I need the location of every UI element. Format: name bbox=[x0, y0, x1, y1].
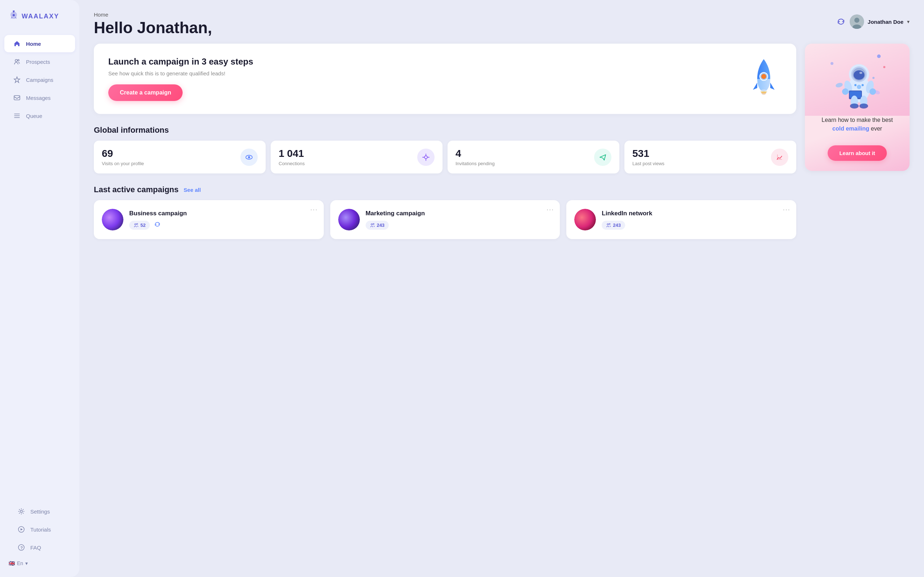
stat-value-connections: 1 041 bbox=[279, 148, 305, 160]
stat-value-invitations: 4 bbox=[456, 148, 494, 160]
svg-point-39 bbox=[854, 70, 864, 80]
promo-highlight: cold emailing bbox=[832, 126, 869, 132]
campaign-body-marketing: Marketing campaign 243 bbox=[338, 209, 552, 230]
campaign-banner-subtitle: See how quick this is to generate qualif… bbox=[108, 70, 253, 76]
tutorials-icon bbox=[17, 525, 25, 533]
campaign-count-linkedin: 243 bbox=[613, 222, 621, 228]
create-campaign-button[interactable]: Create a campaign bbox=[108, 84, 183, 101]
campaign-menu-button-marketing[interactable]: ··· bbox=[546, 206, 554, 213]
nav-bottom: Settings Tutorials ? FAQ bbox=[0, 502, 79, 557]
campaigns-icon bbox=[13, 76, 21, 84]
campaign-count-marketing: 243 bbox=[377, 222, 385, 228]
logo-icon bbox=[9, 10, 19, 23]
header-right: Jonathan Doe ▾ bbox=[837, 15, 909, 29]
stat-card-invitations: 4 Invitations pending bbox=[447, 141, 619, 174]
svg-point-50 bbox=[859, 103, 868, 108]
lang-chevron-icon: ▾ bbox=[25, 561, 28, 566]
svg-point-27 bbox=[607, 224, 609, 225]
sidebar-item-faq[interactable]: ? FAQ bbox=[9, 539, 71, 556]
svg-point-7 bbox=[20, 510, 23, 513]
home-icon bbox=[13, 40, 21, 48]
svg-point-23 bbox=[135, 224, 136, 225]
campaign-avatar-business bbox=[102, 209, 123, 230]
campaign-name-marketing: Marketing campaign bbox=[366, 210, 425, 217]
sidebar-item-messages[interactable]: Messages bbox=[4, 89, 75, 106]
campaign-body-business: Business campaign 52 bbox=[102, 209, 316, 230]
svg-point-53 bbox=[861, 84, 864, 86]
stat-icon-connections bbox=[417, 148, 435, 166]
sidebar-item-home[interactable]: Home bbox=[4, 35, 75, 52]
faq-icon: ? bbox=[17, 543, 25, 551]
stat-icon-invitations bbox=[594, 148, 611, 166]
sidebar-label-faq: FAQ bbox=[30, 545, 41, 551]
sidebar-label-prospects: Prospects bbox=[26, 59, 50, 65]
campaign-menu-button-linkedin[interactable]: ··· bbox=[783, 206, 790, 213]
promo-text: Learn how to make the best cold emailing… bbox=[813, 116, 901, 142]
stats-grid: 69 Visits on your profile 1 041 Conne bbox=[94, 141, 796, 174]
campaign-menu-button-business[interactable]: ··· bbox=[310, 206, 318, 213]
svg-point-22 bbox=[425, 156, 427, 159]
sidebar-label-home: Home bbox=[26, 41, 41, 47]
stat-value-visits: 69 bbox=[102, 148, 144, 160]
see-all-link[interactable]: See all bbox=[184, 187, 201, 193]
campaigns-header: Last active campaigns See all bbox=[94, 185, 796, 194]
svg-point-24 bbox=[137, 224, 138, 225]
sidebar: WAALAXY Home Prospects bbox=[0, 0, 79, 577]
svg-point-51 bbox=[857, 85, 861, 89]
campaigns-grid: ··· Business campaign 52 bbox=[94, 200, 796, 239]
stat-label-connections: Connections bbox=[279, 161, 305, 166]
stat-card-connections: 1 041 Connections bbox=[271, 141, 443, 174]
stat-icon-postviews bbox=[771, 148, 788, 166]
campaign-details-linkedin: LinkedIn network 243 bbox=[602, 210, 652, 230]
flag-icon: 🇬🇧 bbox=[9, 561, 15, 566]
promo-card: Learn how to make the best cold emailing… bbox=[805, 44, 909, 171]
campaign-refresh-icon[interactable] bbox=[154, 221, 161, 229]
queue-icon bbox=[13, 112, 21, 120]
page-title: Hello Jonathan, bbox=[94, 19, 212, 36]
content-left: Launch a campaign in 3 easy steps See ho… bbox=[94, 44, 796, 239]
campaign-banner-title: Launch a campaign in 3 easy steps bbox=[108, 56, 253, 67]
logo: WAALAXY bbox=[0, 10, 79, 34]
promo-text-1: Learn how to make the best bbox=[822, 117, 893, 123]
svg-point-43 bbox=[842, 89, 848, 95]
svg-marker-9 bbox=[21, 528, 23, 530]
svg-point-32 bbox=[872, 77, 874, 79]
svg-text:?: ? bbox=[21, 546, 23, 550]
campaign-details-marketing: Marketing campaign 243 bbox=[366, 210, 425, 230]
svg-point-52 bbox=[855, 84, 856, 86]
campaigns-section-title: Last active campaigns bbox=[94, 185, 179, 194]
rocket-illustration bbox=[746, 57, 782, 101]
stat-info-connections: 1 041 Connections bbox=[279, 148, 305, 166]
svg-point-17 bbox=[761, 74, 766, 79]
messages-icon bbox=[13, 94, 21, 102]
svg-point-21 bbox=[248, 156, 250, 158]
sidebar-item-campaigns[interactable]: Campaigns bbox=[4, 71, 75, 89]
svg-point-2 bbox=[18, 60, 19, 61]
language-selector[interactable]: 🇬🇧 En ▾ bbox=[0, 557, 79, 570]
user-info[interactable]: Jonathan Doe ▾ bbox=[850, 15, 909, 29]
stat-label-visits: Visits on your profile bbox=[102, 161, 144, 166]
breadcrumb: Home bbox=[94, 11, 212, 18]
campaign-body-linkedin: LinkedIn network 243 bbox=[574, 209, 788, 230]
sidebar-item-tutorials[interactable]: Tutorials bbox=[9, 521, 71, 538]
sidebar-item-queue[interactable]: Queue bbox=[4, 107, 75, 124]
settings-icon bbox=[17, 508, 25, 515]
main-content: Home Hello Jonathan, bbox=[79, 0, 924, 577]
svg-point-30 bbox=[883, 66, 885, 68]
learn-about-it-button[interactable]: Learn about it bbox=[828, 145, 887, 161]
global-info-title: Global informations bbox=[94, 126, 796, 135]
sidebar-item-prospects[interactable]: Prospects bbox=[4, 53, 75, 70]
promo-text-2: ever bbox=[871, 126, 882, 132]
svg-point-33 bbox=[835, 82, 843, 89]
logo-text: WAALAXY bbox=[22, 13, 59, 20]
user-name: Jonathan Doe bbox=[868, 19, 903, 25]
refresh-button[interactable] bbox=[837, 17, 845, 26]
stat-label-postviews: Last post views bbox=[632, 161, 664, 166]
campaign-badge-linkedin: 243 bbox=[602, 221, 625, 230]
sidebar-label-campaigns: Campaigns bbox=[26, 77, 53, 83]
promo-illustration bbox=[805, 44, 909, 116]
campaign-avatar-linkedin bbox=[574, 209, 596, 230]
header: Home Hello Jonathan, bbox=[94, 11, 909, 36]
sidebar-item-settings[interactable]: Settings bbox=[9, 503, 71, 520]
svg-point-0 bbox=[13, 14, 15, 16]
